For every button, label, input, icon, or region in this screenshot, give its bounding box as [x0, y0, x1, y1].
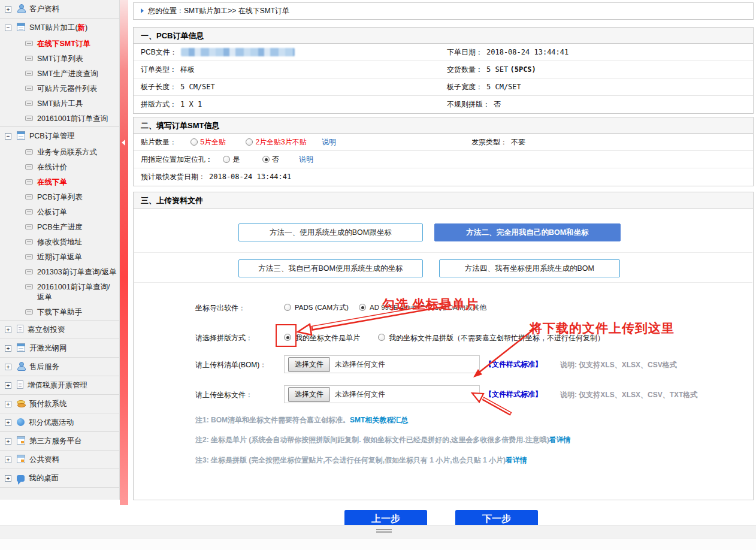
sidebar-item-laser-stencil[interactable]: 开激光钢网	[0, 339, 119, 357]
ball-icon	[17, 418, 25, 426]
sidebar-item-jlc-investment[interactable]: 嘉立创投资	[0, 321, 119, 339]
paste-qty-help-link[interactable]: 说明	[322, 138, 336, 146]
expand-plus-icon[interactable]	[5, 345, 11, 352]
sidebar-item-vat-invoice[interactable]: 增值税票开票管理	[0, 376, 119, 394]
sidebar-item-specialist-contact[interactable]: 业务专员联系方式	[0, 145, 119, 160]
coord-style-standard-link[interactable]: 【文件样式标准】	[485, 389, 542, 400]
hole-help-link[interactable]: 说明	[299, 155, 313, 164]
resize-handle[interactable]	[376, 529, 392, 530]
method4-button[interactable]: 方法四、我有坐标使用系统生成的BOM	[439, 259, 620, 277]
order-date-value: 2018-08-24 13:44:41	[486, 48, 568, 56]
sidebar-item-label: 修改收货地址	[37, 238, 82, 246]
bom-style-standard-link[interactable]: 【文件样式标准】	[485, 359, 542, 370]
note-2-text: 注2: 坐标是单片 (系统会自动帮你按照拼版间距复制. 假如坐标文件已经是拼好的…	[195, 436, 549, 444]
sidebar-item-online-pricing[interactable]: 在线计价	[0, 160, 119, 175]
note-3-text: 注3: 坐标是拼版 (完全按照坐标位置贴片,不会进行任何复制,假如坐标只有 1 …	[195, 456, 506, 464]
invoice-type-label: 发票类型：	[471, 138, 507, 146]
sidebar-item-public-board-order[interactable]: 公板订单	[0, 205, 119, 220]
sidebar-item-pre-20161001-reorder[interactable]: 20161001前订单查询/返单	[0, 280, 119, 305]
sidebar-item-customer-data[interactable]: 客户资料	[0, 0, 119, 18]
radio-coord-panelized[interactable]	[378, 334, 385, 341]
sidebar-item-label: 在线下SMT订单	[37, 40, 90, 48]
radio-hole-no-label[interactable]: 否	[272, 155, 279, 164]
sidebar-item-label: 20161001前订单查询/返单	[37, 283, 110, 301]
sidebar-item-recent-reorder[interactable]: 近期订单返单	[0, 250, 119, 265]
sidebar-item-points-promo[interactable]: 积分优惠活动	[0, 413, 119, 431]
radio-hole-yes-label[interactable]: 是	[232, 155, 240, 164]
radio-hole-yes[interactable]	[223, 156, 230, 163]
sidebar-item-after-sales[interactable]: 售后服务	[0, 358, 119, 376]
note-3-details-link[interactable]: 看详情	[506, 456, 527, 464]
sidebar-item-smt-processing[interactable]: SMT贴片加工(新)	[0, 19, 119, 37]
method1-button[interactable]: 方法一、使用系统生成的BOM跟坐标	[238, 223, 423, 241]
table-row: 拼版方式：1 X 1 不规则拼版：否	[134, 96, 753, 113]
smt-tutorials-link[interactable]: SMT相关教程汇总	[350, 416, 408, 424]
sidebar-item-smt-progress[interactable]: SMT生产进度查询	[0, 67, 119, 81]
radio-coord-single-label[interactable]: 我的坐标文件是单片	[295, 333, 360, 343]
method3-button[interactable]: 方法三、我自已有BOM使用系统生成的坐标	[238, 259, 423, 277]
collapse-minus-icon[interactable]	[5, 25, 11, 31]
note-3: 注3: 坐标是拼版 (完全按照坐标位置贴片,不会进行任何复制,假如坐标只有 1 …	[195, 455, 527, 466]
sidebar-item-mountable-components[interactable]: 可贴片元器件列表	[0, 81, 119, 96]
sidebar-item-my-desktop[interactable]: 我的桌面	[0, 469, 119, 487]
sidebar-item-label: 开激光钢网	[29, 344, 67, 352]
bom-choose-file-button[interactable]: 选择文件	[288, 357, 330, 372]
document-icon	[17, 325, 23, 333]
radio-pads-cam[interactable]	[284, 304, 291, 311]
sidebar-item-pcb-order-list[interactable]: PCB订单列表	[0, 190, 119, 205]
radio-5pcs-all[interactable]	[190, 138, 198, 146]
bom-file-input[interactable]: 选择文件 未选择任何文件	[284, 355, 480, 373]
list-icon	[25, 224, 33, 229]
radio-5pcs-all-label[interactable]: 5片全贴	[200, 138, 226, 146]
expand-plus-icon[interactable]	[5, 6, 11, 13]
coord-choose-file-button[interactable]: 选择文件	[288, 387, 330, 402]
expand-plus-icon[interactable]	[5, 475, 11, 482]
bom-upload-label: 请上传料清单(BOM)：	[195, 360, 267, 370]
collapse-minus-icon[interactable]	[5, 133, 11, 140]
sidebar-item-public-data[interactable]: 公共资料	[0, 451, 119, 469]
board-width-value: 5 CM/SET	[486, 83, 521, 91]
expand-plus-icon[interactable]	[5, 327, 11, 333]
sidebar-item-label: 公共资料	[29, 455, 59, 464]
sidebar-item-pcb-progress[interactable]: PCB生产进度	[0, 220, 119, 235]
expand-plus-icon[interactable]	[5, 364, 11, 370]
method2-button-active[interactable]: 方法二、完全用我自己的BOM和坐标	[434, 223, 621, 241]
sidebar-item-pre-201303-orders[interactable]: 201303前订单查询/返单	[0, 265, 119, 280]
sidebar-item-pre-20161001-orders[interactable]: 20161001前订单查询	[0, 111, 119, 126]
sidebar-item-label: 售后服务	[29, 362, 59, 371]
sidebar-splitter[interactable]	[120, 0, 128, 505]
sidebar-item-label-suffix: )	[85, 23, 87, 32]
radio-2full-3none[interactable]	[246, 138, 253, 146]
sidebar-item-online-smt-order[interactable]: 在线下SMT订单	[0, 37, 119, 52]
expand-plus-icon[interactable]	[5, 438, 11, 445]
expand-plus-icon[interactable]	[5, 401, 11, 407]
sidebar-item-label: PCB订单列表	[37, 193, 83, 201]
sidebar-item-smt-tools[interactable]: SMT贴片工具	[0, 96, 119, 111]
radio-hole-no[interactable]	[262, 156, 270, 163]
list-icon	[25, 41, 33, 46]
sidebar-item-download-helper[interactable]: 下载下单助手	[0, 305, 119, 320]
user-icon	[17, 362, 25, 370]
document-icon	[17, 380, 23, 389]
radio-pads-cam-label[interactable]: PADS (CAM方式)	[295, 303, 349, 312]
radio-ad-altium-other[interactable]	[359, 304, 366, 311]
irregular-panel-value: 否	[494, 100, 501, 108]
sidebar-item-label: 我的桌面	[29, 474, 59, 482]
sidebar-item-label: 业务专员联系方式	[37, 148, 97, 156]
sidebar-item-smt-order-list[interactable]: SMT订单列表	[0, 52, 119, 67]
radio-2full-3none-label[interactable]: 2片全贴3片不贴	[255, 138, 306, 146]
note-2-details-link[interactable]: 看详情	[549, 436, 571, 444]
coord-format-note: 说明: 仅支持XLS、XLSX、CSV、TXT格式	[560, 390, 697, 400]
coord-file-input[interactable]: 选择文件 未选择任何文件	[284, 385, 480, 403]
expand-plus-icon[interactable]	[5, 382, 11, 389]
sidebar-item-third-party[interactable]: 第三方服务平台	[0, 432, 119, 450]
sidebar-item-change-address[interactable]: 修改收货地址	[0, 235, 119, 250]
expand-plus-icon[interactable]	[5, 457, 11, 463]
sidebar-item-label: 在线计价	[37, 163, 67, 171]
sidebar-item-prepayment[interactable]: 预付款系统	[0, 395, 119, 413]
sidebar-item-online-order[interactable]: 在线下单	[0, 175, 119, 190]
sidebar-item-label: SMT订单列表	[37, 55, 83, 63]
sidebar-item-pcb-order-mgmt[interactable]: PCB订单管理	[0, 127, 119, 145]
expand-plus-icon[interactable]	[5, 419, 11, 426]
sidebar: 客户资料 SMT贴片加工(新) 在线下SMT订单 SMT订单列表 SMT生产进度…	[0, 0, 120, 500]
